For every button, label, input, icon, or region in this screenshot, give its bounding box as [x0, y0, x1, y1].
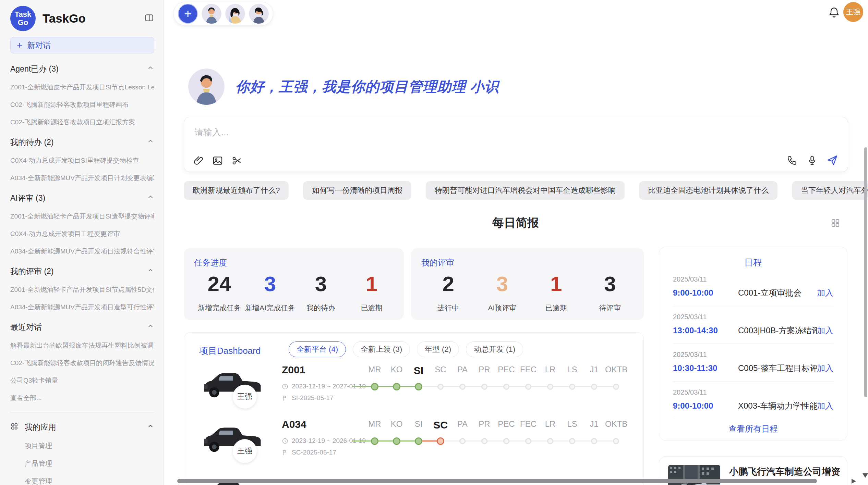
suggestion-chip[interactable]: 如何写一份清晰的项目周报 — [303, 181, 411, 200]
list-item[interactable]: C02-飞腾新能源轻客改款项目的闭环通告反馈情况 — [10, 359, 154, 368]
section-my-todo[interactable]: 我的待办 (2) — [10, 137, 154, 148]
event-name: C005-整车工程目标评审 — [738, 363, 817, 374]
chevron-up-icon[interactable] — [147, 423, 154, 432]
project-flag: SC-2025-05-17 — [282, 449, 336, 456]
event-date: 2025/03/11 — [673, 388, 833, 396]
event-date: 2025/03/11 — [673, 351, 833, 359]
list-item[interactable]: C02-飞腾新能源轻客改款项目里程碑画布 — [10, 100, 154, 109]
my-apps-label: 我的应用 — [25, 422, 56, 433]
chevron-up-icon[interactable] — [147, 138, 154, 147]
app-item-change[interactable]: 变更管理 — [25, 477, 154, 485]
layout-grid-icon[interactable] — [830, 218, 841, 229]
event-time: 9:00-10:00 — [673, 401, 738, 411]
taskgo-logo: Task Go — [10, 6, 36, 31]
greeting-text: 你好，王强，我是你的项目管理助理 小识 — [236, 77, 499, 96]
list-item[interactable]: 公司Q3轻卡销量 — [10, 376, 154, 385]
section-ai-review[interactable]: AI评审 (3) — [10, 193, 154, 203]
assistant-avatar-1[interactable] — [202, 4, 221, 24]
chevron-up-icon[interactable] — [147, 194, 154, 203]
milestone-timeline: MRKOSISCPAPRPECFECLRLSJ1OKTB — [364, 365, 635, 392]
suggestion-chips: 欧洲新规最近颁布了什么? 如何写一份清晰的项目周报 特朗普可能对进口汽车增税会对… — [184, 181, 868, 200]
assistant-switcher: + — [173, 2, 273, 26]
join-button[interactable]: 加入 — [817, 325, 833, 336]
horizontal-scrollbar[interactable] — [177, 479, 817, 483]
list-item[interactable]: A034-全新新能源MUV产品开发项目法规符合性评审 — [10, 247, 154, 256]
chevron-up-icon[interactable] — [147, 323, 154, 332]
assistant-avatar-2[interactable] — [225, 4, 245, 24]
scissors-icon[interactable] — [231, 155, 242, 166]
list-item[interactable]: A034-全新新能源MUV产品开发项目造型可行性评审 — [10, 303, 154, 312]
assistant-avatar-3[interactable] — [249, 4, 269, 24]
list-item[interactable]: Z001-全新燃油轻卡产品开发项目SI造型提交物评审 — [10, 212, 154, 221]
list-item[interactable]: A034-全新新能源MUV产品开发项目计划变更表编写 — [10, 174, 154, 183]
list-item[interactable]: C02-飞腾新能源轻客改款项目立项汇报方案 — [10, 118, 154, 127]
list-item[interactable]: 解释最新出台的欧盟报废车法规再生塑料比例被调至15%... — [10, 341, 154, 350]
new-chat-button[interactable]: + 新对话 — [10, 37, 154, 53]
list-item[interactable]: Z001-全新燃油轻卡产品开发项目SI节点属性5D文件评审 — [10, 285, 154, 294]
task-progress-card: 任务进度 24新增完成任务 3新增AI完成任务 3我的待办 1已逾期 — [184, 248, 404, 320]
chevron-up-icon[interactable] — [147, 267, 154, 276]
view-all-schedule-link[interactable]: 查看所有日程 — [673, 423, 833, 434]
list-item[interactable]: C0X4-动力总成开发项目工程变更评审 — [10, 229, 154, 238]
attachment-icon[interactable] — [193, 155, 204, 166]
stat-my-todo: 3我的待办 — [296, 273, 346, 313]
stat-overdue: 1已逾期 — [346, 273, 397, 313]
list-item[interactable]: Z001-全新燃油皮卡产品开发项目SI节点Lesson Learn报告 — [10, 83, 154, 92]
main-area: + 王强 你好，王强，我是你的项目管理助理 小识 — [164, 0, 868, 485]
daily-brief-header: 每日简报 — [184, 215, 847, 231]
project-flag: SI-2025-05-17 — [282, 394, 333, 402]
app-item-project[interactable]: 项目管理 — [25, 441, 154, 450]
panel-toggle-icon[interactable] — [144, 13, 154, 24]
scroll-right-button[interactable] — [852, 479, 856, 484]
clock-icon — [282, 438, 288, 444]
dashboard-title: 项目Dashboard — [199, 345, 261, 357]
suggestion-chip[interactable]: 当下年轻人对汽车外观有怎样的喜好趋势 — [792, 181, 868, 200]
schedule-event: 2025/03/11 9:00-10:00C001-立项审批会加入 — [673, 269, 833, 306]
bell-icon[interactable] — [828, 6, 840, 20]
event-name: C003|H0B-方案冻结评审 — [738, 325, 817, 336]
chat-input[interactable] — [194, 125, 743, 140]
suggestion-chip[interactable]: 比亚迪全固态电池计划具体说了什么 — [639, 181, 777, 200]
microphone-icon[interactable] — [807, 155, 818, 166]
chevron-up-icon[interactable] — [147, 64, 154, 74]
my-apps-item[interactable]: 我的应用 — [10, 422, 154, 433]
send-icon[interactable] — [827, 154, 838, 166]
list-item[interactable]: C0X4-动力总成开发项目SI里程碑提交物检查 — [10, 156, 154, 165]
event-name: X003-车辆动力学性能验... — [738, 400, 817, 411]
event-date: 2025/03/11 — [673, 275, 833, 283]
assistant-avatar-large — [188, 69, 225, 105]
section-recent-chats[interactable]: 最近对话 — [10, 322, 154, 333]
clock-icon — [282, 383, 288, 390]
image-icon[interactable] — [212, 155, 223, 166]
scroll-down-button[interactable] — [863, 473, 868, 478]
section-my-review[interactable]: 我的评审 (2) — [10, 266, 154, 277]
suggestion-chip[interactable]: 欧洲新规最近颁布了什么? — [184, 181, 289, 200]
project-row[interactable]: 王强 Z001 2023-12-19 ~ 2027-01-19 SI-2025-… — [184, 363, 643, 418]
event-time: 10:30-11:30 — [673, 363, 738, 373]
project-code: A034 — [282, 419, 306, 430]
daily-brief-title: 每日简报 — [492, 215, 539, 231]
phone-icon[interactable] — [787, 155, 798, 166]
join-button[interactable]: 加入 — [817, 363, 833, 374]
user-avatar[interactable]: 王强 — [843, 2, 863, 22]
tab-powertrain[interactable]: 动总开发 (1) — [466, 341, 523, 357]
stat-pending: 3待评审 — [583, 273, 637, 313]
divider — [10, 412, 154, 412]
tab-new-body[interactable]: 全新上装 (3) — [353, 341, 410, 357]
owner-badge: 王强 — [233, 439, 257, 463]
event-date: 2025/03/11 — [673, 313, 833, 321]
view-all-chats-link[interactable]: 查看全部... — [10, 394, 154, 402]
project-code: Z001 — [282, 364, 305, 376]
dashboard-tabs: 全新平台 (4) 全新上装 (3) 年型 (2) 动总开发 (1) — [289, 341, 523, 357]
suggestion-chip[interactable]: 特朗普可能对进口汽车增税会对中国车企造成哪些影响 — [426, 181, 625, 200]
add-assistant-button[interactable]: + — [178, 4, 198, 24]
event-time: 13:00-14:30 — [673, 326, 738, 335]
join-button[interactable]: 加入 — [817, 400, 833, 411]
section-agent-done[interactable]: Agent已办 (3) — [10, 64, 154, 74]
app-item-product[interactable]: 产品管理 — [25, 459, 154, 468]
tab-model-year[interactable]: 年型 (2) — [417, 341, 459, 357]
join-button[interactable]: 加入 — [817, 287, 833, 298]
tab-new-platform[interactable]: 全新平台 (4) — [289, 341, 346, 357]
project-row[interactable]: 王强 A034 2023-12-19 ~ 2026-01-19 SC-2025-… — [184, 417, 643, 472]
vertical-scrollbar[interactable] — [864, 147, 867, 397]
